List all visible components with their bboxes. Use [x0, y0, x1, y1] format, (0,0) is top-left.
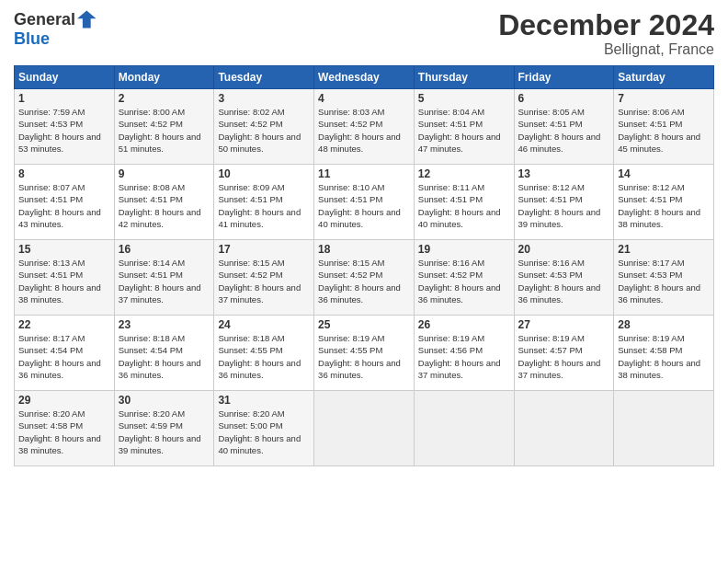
day-number: 6 — [518, 92, 610, 105]
col-monday: Monday — [114, 66, 214, 89]
daylight-text: Daylight: 8 hours and 48 minutes. — [318, 132, 401, 154]
daylight-text: Daylight: 8 hours and 51 minutes. — [119, 132, 201, 154]
sunset-text: Sunset: 4:51 PM — [318, 194, 382, 204]
sunset-text: Sunset: 4:54 PM — [18, 345, 83, 355]
header: General Blue December 2024 Bellignat, Fr… — [14, 9, 714, 58]
calendar-week-row: 29 Sunrise: 8:20 AM Sunset: 4:58 PM Dayl… — [15, 391, 714, 466]
day-info: Sunrise: 8:09 AM Sunset: 4:51 PM Dayligh… — [218, 181, 310, 230]
day-info: Sunrise: 8:20 AM Sunset: 4:58 PM Dayligh… — [18, 408, 110, 456]
day-number: 17 — [218, 243, 310, 256]
daylight-text: Daylight: 8 hours and 37 minutes. — [418, 358, 501, 380]
sunrise-text: Sunrise: 8:15 AM — [218, 258, 284, 268]
day-info: Sunrise: 8:19 AM Sunset: 4:55 PM Dayligh… — [318, 332, 410, 381]
day-number: 9 — [119, 167, 210, 180]
table-row: 19 Sunrise: 8:16 AM Sunset: 4:52 PM Dayl… — [414, 240, 514, 316]
day-info: Sunrise: 8:19 AM Sunset: 4:57 PM Dayligh… — [518, 332, 610, 381]
table-row: 28 Sunrise: 8:19 AM Sunset: 4:58 PM Dayl… — [614, 316, 714, 391]
daylight-text: Daylight: 8 hours and 36 minutes. — [318, 358, 401, 380]
logo-icon — [77, 9, 97, 29]
table-row: 27 Sunrise: 8:19 AM Sunset: 4:57 PM Dayl… — [514, 316, 614, 391]
month-title: December 2024 — [498, 9, 714, 41]
calendar-table: Sunday Monday Tuesday Wednesday Thursday… — [14, 65, 714, 466]
day-info: Sunrise: 8:11 AM Sunset: 4:51 PM Dayligh… — [418, 181, 510, 230]
daylight-text: Daylight: 8 hours and 37 minutes. — [518, 358, 601, 380]
col-thursday: Thursday — [414, 66, 514, 89]
day-info: Sunrise: 8:08 AM Sunset: 4:51 PM Dayligh… — [119, 181, 210, 230]
calendar-week-row: 8 Sunrise: 8:07 AM Sunset: 4:51 PM Dayli… — [15, 165, 714, 240]
daylight-text: Daylight: 8 hours and 36 minutes. — [119, 358, 201, 380]
day-info: Sunrise: 8:14 AM Sunset: 4:51 PM Dayligh… — [119, 257, 210, 305]
sunrise-text: Sunrise: 8:16 AM — [518, 258, 585, 268]
sunrise-text: Sunrise: 8:04 AM — [418, 107, 484, 117]
day-info: Sunrise: 8:16 AM Sunset: 4:52 PM Dayligh… — [418, 257, 510, 305]
logo-blue: Blue — [14, 29, 50, 48]
day-info: Sunrise: 8:17 AM Sunset: 4:53 PM Dayligh… — [618, 257, 710, 305]
day-number: 16 — [119, 243, 210, 256]
sunrise-text: Sunrise: 8:16 AM — [418, 258, 484, 268]
sunrise-text: Sunrise: 8:18 AM — [119, 333, 185, 343]
table-row: 23 Sunrise: 8:18 AM Sunset: 4:54 PM Dayl… — [114, 316, 214, 391]
table-row: 25 Sunrise: 8:19 AM Sunset: 4:55 PM Dayl… — [314, 316, 415, 391]
sunrise-text: Sunrise: 8:05 AM — [518, 107, 585, 117]
day-info: Sunrise: 8:18 AM Sunset: 4:54 PM Dayligh… — [119, 332, 210, 381]
sunset-text: Sunset: 4:51 PM — [18, 270, 83, 280]
day-number: 27 — [518, 318, 610, 331]
sunset-text: Sunset: 4:58 PM — [618, 345, 682, 355]
day-info: Sunrise: 8:06 AM Sunset: 4:51 PM Dayligh… — [618, 106, 710, 155]
main-container: General Blue December 2024 Bellignat, Fr… — [0, 0, 728, 474]
daylight-text: Daylight: 8 hours and 37 minutes. — [218, 282, 301, 304]
table-row: 4 Sunrise: 8:03 AM Sunset: 4:52 PM Dayli… — [314, 89, 415, 165]
col-sunday: Sunday — [15, 66, 115, 89]
day-info: Sunrise: 8:12 AM Sunset: 4:51 PM Dayligh… — [518, 181, 610, 230]
day-number: 30 — [119, 394, 210, 407]
daylight-text: Daylight: 8 hours and 36 minutes. — [18, 358, 101, 380]
day-number: 22 — [18, 318, 110, 331]
day-info: Sunrise: 8:02 AM Sunset: 4:52 PM Dayligh… — [218, 106, 310, 155]
sunrise-text: Sunrise: 8:19 AM — [418, 333, 484, 343]
col-friday: Friday — [514, 66, 614, 89]
table-row — [314, 391, 415, 466]
sunrise-text: Sunrise: 8:11 AM — [418, 182, 484, 192]
sunset-text: Sunset: 4:54 PM — [119, 345, 183, 355]
sunset-text: Sunset: 5:00 PM — [218, 420, 282, 431]
sunset-text: Sunset: 4:52 PM — [218, 270, 282, 280]
sunrise-text: Sunrise: 8:12 AM — [518, 182, 585, 192]
col-wednesday: Wednesday — [314, 66, 415, 89]
daylight-text: Daylight: 8 hours and 40 minutes. — [418, 207, 501, 229]
sunrise-text: Sunrise: 8:14 AM — [119, 258, 185, 268]
daylight-text: Daylight: 8 hours and 36 minutes. — [518, 282, 601, 304]
sunrise-text: Sunrise: 8:00 AM — [119, 107, 185, 117]
sunrise-text: Sunrise: 8:19 AM — [518, 333, 585, 343]
table-row: 20 Sunrise: 8:16 AM Sunset: 4:53 PM Dayl… — [514, 240, 614, 316]
sunrise-text: Sunrise: 8:03 AM — [318, 107, 384, 117]
calendar-week-row: 15 Sunrise: 8:13 AM Sunset: 4:51 PM Dayl… — [15, 240, 714, 316]
table-row: 30 Sunrise: 8:20 AM Sunset: 4:59 PM Dayl… — [114, 391, 214, 466]
logo: General Blue — [14, 9, 97, 49]
table-row: 2 Sunrise: 8:00 AM Sunset: 4:52 PM Dayli… — [114, 89, 214, 165]
sunrise-text: Sunrise: 8:06 AM — [618, 107, 684, 117]
day-info: Sunrise: 8:03 AM Sunset: 4:52 PM Dayligh… — [318, 106, 410, 155]
day-number: 18 — [318, 243, 410, 256]
header-row: Sunday Monday Tuesday Wednesday Thursday… — [15, 66, 714, 89]
sunrise-text: Sunrise: 8:20 AM — [119, 408, 185, 419]
daylight-text: Daylight: 8 hours and 38 minutes. — [618, 358, 700, 380]
table-row: 3 Sunrise: 8:02 AM Sunset: 4:52 PM Dayli… — [214, 89, 314, 165]
sunset-text: Sunset: 4:51 PM — [119, 194, 183, 204]
sunrise-text: Sunrise: 7:59 AM — [18, 107, 85, 117]
daylight-text: Daylight: 8 hours and 38 minutes. — [618, 207, 700, 229]
sunrise-text: Sunrise: 8:12 AM — [618, 182, 684, 192]
table-row: 10 Sunrise: 8:09 AM Sunset: 4:51 PM Dayl… — [214, 165, 314, 240]
day-number: 5 — [418, 92, 510, 105]
day-number: 11 — [318, 167, 410, 180]
day-number: 14 — [618, 167, 710, 180]
day-number: 29 — [18, 394, 110, 407]
sunset-text: Sunset: 4:52 PM — [318, 119, 382, 129]
daylight-text: Daylight: 8 hours and 37 minutes. — [119, 282, 201, 304]
table-row: 17 Sunrise: 8:15 AM Sunset: 4:52 PM Dayl… — [214, 240, 314, 316]
sunrise-text: Sunrise: 8:15 AM — [318, 258, 384, 268]
sunset-text: Sunset: 4:53 PM — [18, 119, 83, 129]
svg-marker-0 — [77, 10, 97, 28]
day-info: Sunrise: 7:59 AM Sunset: 4:53 PM Dayligh… — [18, 106, 110, 155]
sunset-text: Sunset: 4:51 PM — [418, 119, 483, 129]
sunset-text: Sunset: 4:53 PM — [618, 270, 682, 280]
